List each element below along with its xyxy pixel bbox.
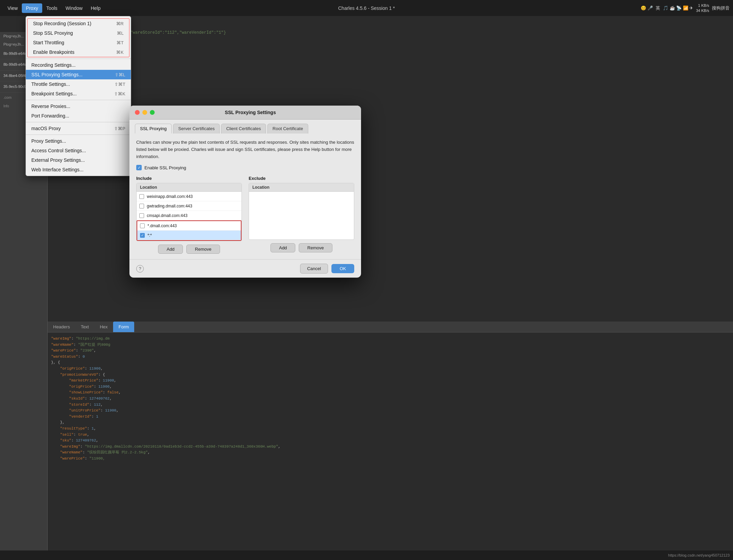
include-row-3[interactable]: cmsapi.dmall.com:443 — [137, 211, 241, 220]
include-add-button[interactable]: Add — [158, 245, 183, 254]
dialog-tab-ssl-proxying[interactable]: SSL Proxying — [135, 124, 172, 134]
dialog-footer: ? Cancel OK — [129, 259, 361, 278]
dialog-tab-server-certs[interactable]: Server Certificates — [173, 124, 220, 134]
include-exclude-panels: Include Location weixinapp.dmall.com:443… — [136, 176, 354, 254]
include-location-4: *.dmall.com:443 — [147, 223, 177, 228]
cancel-button[interactable]: Cancel — [300, 264, 328, 274]
include-row-2[interactable]: gwtrading.dmall.com:443 — [137, 201, 241, 211]
include-panel: Include Location weixinapp.dmall.com:443… — [136, 176, 242, 254]
enable-ssl-row: ✓ Enable SSL Proxying — [136, 165, 354, 170]
enable-ssl-label: Enable SSL Proxying — [144, 165, 186, 170]
include-checkbox-4[interactable] — [140, 223, 145, 228]
dialog-titlebar: SSL Proxying Settings — [129, 106, 361, 120]
include-buttons: Add Remove — [136, 245, 242, 254]
exclude-title: Exclude — [249, 176, 354, 181]
exclude-table-header: Location — [249, 183, 354, 192]
dialog-overlay: SSL Proxying Settings SSL Proxying Serve… — [0, 0, 733, 560]
include-row-5[interactable]: ✓ *:* — [137, 231, 241, 240]
ssl-dialog: SSL Proxying Settings SSL Proxying Serve… — [129, 106, 361, 278]
include-table-header: Location — [137, 183, 241, 192]
ok-button[interactable]: OK — [331, 264, 354, 273]
dialog-body: Charles can show you the plain text cont… — [129, 134, 361, 259]
dialog-tab-client-certs[interactable]: Client Certificates — [221, 124, 266, 134]
include-location-3: cmsapi.dmall.com:443 — [147, 213, 187, 218]
include-highlighted-group: *.dmall.com:443 ✓ *:* — [137, 220, 241, 241]
dialog-tab-root-cert[interactable]: Root Certificate — [267, 124, 308, 134]
include-table-body: weixinapp.dmall.com:443 gwtrading.dmall.… — [137, 192, 241, 241]
include-location-2: gwtrading.dmall.com:443 — [147, 204, 192, 208]
include-checkbox-1[interactable] — [139, 194, 144, 199]
exclude-panel: Exclude Location Add Remove — [249, 176, 354, 254]
include-location-5: *:* — [147, 233, 152, 238]
exclude-buttons: Add Remove — [249, 243, 354, 252]
dialog-tabs: SSL Proxying Server Certificates Client … — [129, 120, 361, 134]
exclude-table-body — [249, 192, 354, 239]
include-row-1[interactable]: weixinapp.dmall.com:443 — [137, 192, 241, 201]
include-checkbox-5[interactable]: ✓ — [140, 233, 145, 238]
include-title: Include — [136, 176, 242, 181]
exclude-table: Location — [249, 183, 354, 240]
include-table: Location weixinapp.dmall.com:443 gwtradi… — [136, 183, 242, 241]
include-row-4[interactable]: *.dmall.com:443 — [137, 221, 241, 231]
include-checkbox-2[interactable] — [139, 204, 144, 208]
traffic-light-close[interactable] — [135, 110, 140, 115]
dialog-title: SSL Proxying Settings — [157, 110, 343, 115]
help-button[interactable]: ? — [136, 265, 144, 273]
exclude-remove-button[interactable]: Remove — [299, 243, 332, 252]
traffic-light-maximize[interactable] — [150, 110, 155, 115]
exclude-add-button[interactable]: Add — [270, 243, 295, 252]
include-remove-button[interactable]: Remove — [186, 245, 220, 254]
include-location-1: weixinapp.dmall.com:443 — [147, 194, 193, 199]
include-checkbox-3[interactable] — [139, 213, 144, 218]
enable-ssl-checkbox[interactable]: ✓ — [136, 165, 142, 170]
dialog-description: Charles can show you the plain text cont… — [136, 139, 354, 160]
traffic-light-minimize[interactable] — [142, 110, 147, 115]
